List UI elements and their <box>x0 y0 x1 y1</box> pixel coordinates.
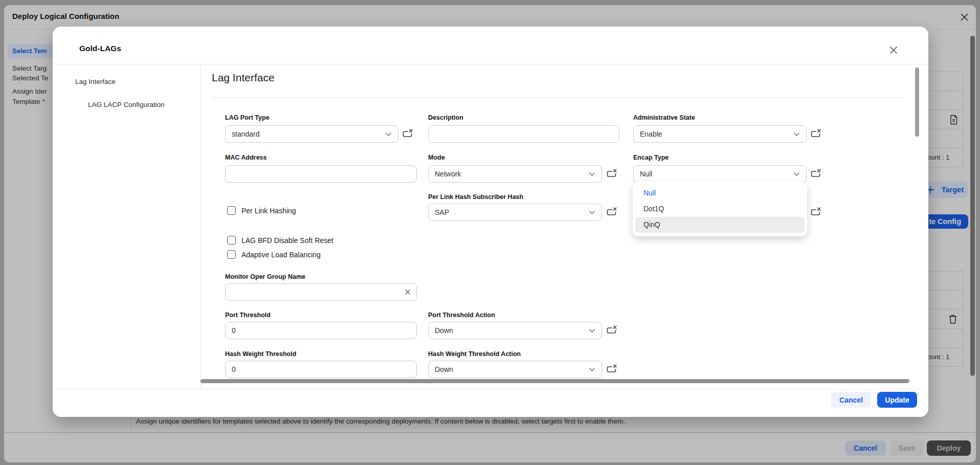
encap-type-label: Encap Type <box>633 154 669 161</box>
administrative-state-label: Administrative State <box>633 114 695 121</box>
monitor-oper-group-name-input[interactable] <box>225 283 417 301</box>
chevron-down-icon <box>589 208 595 217</box>
encap-type-reset-override-icon[interactable] <box>810 168 823 181</box>
mode-select[interactable]: Network <box>428 165 602 183</box>
modal-footer-divider <box>53 389 928 389</box>
checkbox-icon <box>227 250 236 259</box>
per-link-hashing-checkbox[interactable]: Per Link Hashing <box>227 206 296 215</box>
mode-reset-override-icon[interactable] <box>606 168 619 181</box>
modal-nav-lag-interface[interactable]: Lag Interface <box>75 78 116 85</box>
modal-nav-lag-lacp-configuration[interactable]: LAG LACP Configuration <box>88 101 165 108</box>
hash-weight-threshold-action-select[interactable]: Down <box>428 361 602 378</box>
encap-type-select[interactable]: Null <box>633 165 807 183</box>
modal-sidebar-divider <box>201 64 201 389</box>
encap-type-dropdown-menu: Null Dot1Q QinQ <box>633 182 807 236</box>
modal-title: Gold-LAGs <box>79 44 121 53</box>
chevron-down-icon <box>589 365 595 374</box>
modal-header-divider <box>53 64 928 64</box>
mac-address-label: MAC Address <box>225 154 267 161</box>
gold-lags-modal: Gold-LAGs Lag Interface LAG LACP Configu… <box>53 27 928 417</box>
mac-address-input[interactable] <box>225 165 417 183</box>
port-threshold-action-reset-override-icon[interactable] <box>606 325 619 337</box>
monitor-oper-group-name-label: Monitor Oper Group Name <box>225 273 305 280</box>
port-threshold-input[interactable] <box>225 322 417 339</box>
port-threshold-action-select[interactable]: Down <box>428 322 602 339</box>
lag-port-type-select[interactable]: standard <box>225 125 398 143</box>
port-threshold-action-label: Port Threshold Action <box>428 312 495 319</box>
lag-bfd-disable-soft-reset-checkbox[interactable]: LAG BFD Disable Soft Reset <box>227 236 333 245</box>
adaptive-load-balancing-checkbox[interactable]: Adaptive Load Balancing <box>227 250 321 259</box>
clear-icon[interactable] <box>403 287 413 297</box>
checkbox-icon <box>227 206 236 215</box>
administrative-state-reset-override-icon[interactable] <box>810 128 823 141</box>
modal-close-icon[interactable] <box>886 43 901 57</box>
lag-port-type-label: LAG Port Type <box>225 114 270 121</box>
description-label: Description <box>428 114 463 121</box>
checkbox-icon <box>227 236 236 245</box>
administrative-state-select[interactable]: Enable <box>633 125 807 143</box>
per-link-hash-subscriber-hash-reset-override-icon[interactable] <box>606 207 619 219</box>
lag-port-type-reset-override-icon[interactable] <box>402 128 415 141</box>
modal-cancel-button[interactable]: Cancel <box>831 392 871 408</box>
hash-weight-threshold-input[interactable] <box>225 361 417 378</box>
description-input[interactable] <box>428 125 619 143</box>
horizontal-scrollbar-thumb[interactable] <box>201 379 909 383</box>
dropdown-option-dot1q[interactable]: Dot1Q <box>635 201 805 217</box>
section-heading-divider <box>212 97 904 98</box>
chevron-down-icon <box>793 169 800 179</box>
mode-label: Mode <box>428 154 445 161</box>
section-heading: Lag Interface <box>212 72 275 84</box>
hash-weight-threshold-action-reset-override-icon[interactable] <box>606 364 619 376</box>
modal-update-button[interactable]: Update <box>877 392 917 408</box>
screen: Deploy Logical Configuration Select Tem … <box>0 0 980 465</box>
hash-weight-threshold-action-label: Hash Weight Threshold Action <box>428 350 521 358</box>
dropdown-option-qinq[interactable]: QinQ <box>635 217 805 233</box>
chevron-down-icon <box>589 169 595 179</box>
port-threshold-label: Port Threshold <box>225 312 271 319</box>
per-link-hash-subscriber-hash-label: Per Link Hash Subscriber Hash <box>428 193 523 201</box>
dropdown-option-null[interactable]: Null <box>635 185 805 201</box>
modal-horizontal-scrollbar[interactable] <box>201 379 911 383</box>
col3-reset-override-icon[interactable] <box>810 207 823 219</box>
chevron-down-icon <box>589 326 595 335</box>
per-link-hash-subscriber-hash-select[interactable]: SAP <box>428 204 602 221</box>
chevron-down-icon <box>385 129 392 139</box>
modal-vertical-scrollbar[interactable] <box>915 68 919 137</box>
hash-weight-threshold-label: Hash Weight Threshold <box>225 350 296 358</box>
chevron-down-icon <box>793 129 800 139</box>
